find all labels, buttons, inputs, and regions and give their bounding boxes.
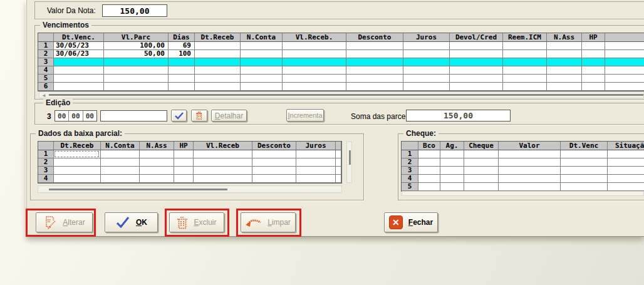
table-cell[interactable]	[605, 58, 644, 66]
cheque-hscrollbar[interactable]	[402, 191, 644, 196]
table-cell[interactable]	[140, 175, 174, 183]
table-cell[interactable]	[174, 158, 194, 167]
table-cell[interactable]	[503, 83, 547, 91]
table-cell[interactable]	[104, 58, 169, 66]
table-cell[interactable]	[503, 42, 547, 50]
table-cell[interactable]	[499, 175, 561, 183]
table-cell[interactable]	[241, 58, 283, 66]
table-cell[interactable]	[101, 150, 140, 158]
table-cell[interactable]: 30/05/23	[54, 42, 104, 50]
table-cell[interactable]	[101, 175, 140, 183]
table-cell[interactable]	[582, 83, 605, 91]
table-cell[interactable]	[283, 75, 346, 83]
baixa-vscrollbar[interactable]	[346, 142, 352, 183]
table-cell[interactable]	[418, 183, 440, 191]
table-cell[interactable]	[101, 167, 140, 175]
table-cell[interactable]	[440, 183, 464, 191]
table-cell[interactable]	[418, 150, 440, 158]
table-cell[interactable]	[54, 158, 101, 167]
scroll-thumb[interactable]	[49, 189, 227, 190]
table-cell[interactable]	[450, 50, 503, 58]
table-cell[interactable]: 69	[169, 42, 195, 50]
table-cell[interactable]	[296, 167, 336, 175]
incrementa-button[interactable]: Incrementa	[286, 109, 324, 122]
table-cell[interactable]	[195, 66, 241, 75]
table-cell[interactable]	[547, 83, 582, 91]
scroll-thumb[interactable]	[349, 150, 351, 165]
table-cell[interactable]	[346, 66, 403, 75]
table-cell[interactable]	[503, 58, 547, 66]
mask-segment-year[interactable]: 00	[83, 111, 96, 121]
table-cell[interactable]: 50,00	[104, 50, 169, 58]
table-cell[interactable]	[499, 167, 561, 175]
table-cell[interactable]	[54, 175, 101, 183]
table-cell[interactable]	[252, 175, 296, 183]
table-cell[interactable]	[605, 83, 644, 91]
table-cell[interactable]	[605, 50, 644, 58]
table-cell[interactable]	[608, 158, 644, 167]
table-cell[interactable]	[450, 75, 503, 83]
table-cell[interactable]	[403, 50, 450, 58]
table-cell[interactable]	[346, 50, 403, 58]
table-cell[interactable]	[608, 183, 644, 191]
table-cell[interactable]	[346, 58, 403, 66]
confirm-edit-button[interactable]	[171, 110, 187, 122]
table-cell[interactable]	[418, 167, 440, 175]
excluir-button[interactable]: Excluir	[169, 212, 224, 232]
table-cell[interactable]	[582, 50, 605, 58]
table-cell[interactable]	[195, 58, 241, 66]
soma-das-parcelas-field[interactable]: 150,00	[406, 110, 511, 122]
table-cell[interactable]	[169, 66, 195, 75]
table-cell[interactable]	[169, 83, 195, 91]
table-cell[interactable]	[608, 167, 644, 175]
table-cell[interactable]	[104, 75, 169, 83]
table-cell[interactable]	[104, 83, 169, 91]
table-cell[interactable]	[336, 167, 341, 175]
table-cell[interactable]	[547, 66, 582, 75]
ok-button[interactable]: OK	[105, 212, 158, 232]
table-cell[interactable]	[561, 158, 608, 167]
table-cell[interactable]	[283, 50, 346, 58]
table-cell[interactable]	[418, 158, 440, 167]
table-cell[interactable]	[561, 150, 608, 158]
delete-edit-button[interactable]	[191, 110, 207, 122]
table-cell[interactable]: 30/06/23	[54, 50, 104, 58]
table-cell[interactable]	[403, 58, 450, 66]
scroll-thumb[interactable]	[49, 94, 643, 96]
table-cell[interactable]	[582, 66, 605, 75]
table-cell[interactable]	[450, 66, 503, 75]
table-cell[interactable]	[283, 66, 346, 75]
table-cell[interactable]	[346, 83, 403, 91]
table-cell[interactable]	[101, 158, 140, 167]
table-cell[interactable]	[464, 183, 499, 191]
table-cell[interactable]	[582, 58, 605, 66]
valor-da-nota-field[interactable]: 150,00	[102, 4, 167, 17]
table-cell[interactable]	[241, 42, 283, 50]
table-cell[interactable]	[499, 158, 561, 167]
table-cell[interactable]	[503, 75, 547, 83]
table-cell[interactable]	[174, 150, 194, 158]
table-cell[interactable]	[195, 50, 241, 58]
table-cell[interactable]	[608, 175, 644, 183]
table-cell[interactable]	[54, 66, 104, 75]
table-cell[interactable]	[252, 158, 296, 167]
table-cell[interactable]	[336, 150, 341, 158]
table-cell[interactable]	[440, 150, 464, 158]
table-cell[interactable]	[547, 42, 582, 50]
table-cell[interactable]	[241, 83, 283, 91]
table-cell[interactable]	[561, 167, 608, 175]
scroll-left-icon[interactable]: ◄	[41, 93, 46, 98]
table-cell[interactable]	[283, 58, 346, 66]
table-cell[interactable]	[608, 150, 644, 158]
table-cell[interactable]	[169, 58, 195, 66]
table-cell[interactable]: 100	[169, 50, 195, 58]
table-cell[interactable]	[403, 42, 450, 50]
table-cell[interactable]	[440, 175, 464, 183]
table-cell[interactable]	[464, 167, 499, 175]
table-cell[interactable]	[582, 75, 605, 83]
table-cell[interactable]	[54, 75, 104, 83]
table-cell[interactable]	[252, 167, 296, 175]
table-cell[interactable]	[450, 83, 503, 91]
table-cell[interactable]	[547, 75, 582, 83]
table-cell[interactable]	[450, 42, 503, 50]
